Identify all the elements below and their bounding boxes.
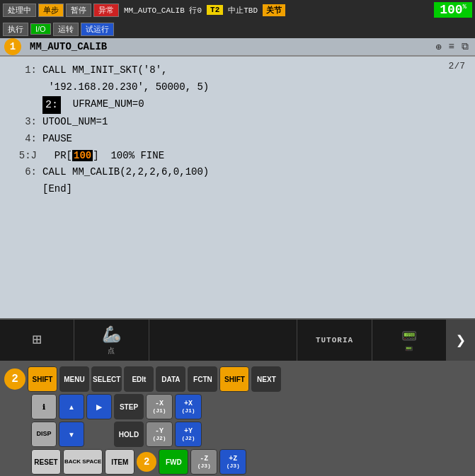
toolbar-status: MM_AUTO_CALIB 行0 <box>121 5 205 16</box>
touchup-icon: 📟 <box>401 328 417 344</box>
robot-icon: 🦾 <box>102 325 121 344</box>
edit-btn[interactable]: EDIt <box>124 366 154 392</box>
shiyunxing-btn[interactable]: 试运行 <box>81 23 114 36</box>
io-btn[interactable]: I/O <box>30 23 51 35</box>
touchup-label: 📟 <box>405 345 413 353</box>
step-btn[interactable]: STEP <box>114 394 144 419</box>
danbu-btn[interactable]: 单步 <box>38 4 64 17</box>
code-line-5: 5:J PR[100] 100% FINE <box>8 148 467 165</box>
code-area: 2/7 1: CALL MM_INIT_SKT('8', '192.168.20… <box>0 57 475 318</box>
data-btn[interactable]: DATA <box>156 366 185 392</box>
plus-z-btn[interactable]: +Z (J3) <box>219 449 246 475</box>
right-btn[interactable]: ▶ <box>86 394 112 419</box>
kb-row-2: ℹ ▲ ▶ STEP -X (J1) +X (J1) <box>4 394 471 419</box>
kb-row-4: RESET BACK SPACE ITEM 2 FWD -Z (J3) +Z (… <box>4 449 471 475</box>
backspace-label: BACK SPACE <box>64 459 101 465</box>
badge-1: 1 <box>4 38 21 55</box>
info-icon: ℹ <box>42 403 45 411</box>
nav-bar: ⊞ 🦾 点 TUTORIA 📟 📟 ❯ <box>0 318 475 361</box>
info-btn[interactable]: ℹ <box>31 394 57 419</box>
split-btn[interactable]: ⧉ <box>459 41 471 52</box>
nav-touchup[interactable]: 📟 📟 <box>372 320 447 361</box>
shift-btn-left[interactable]: SHIFT <box>28 366 57 392</box>
nav-tutoria[interactable]: TUTORIA <box>297 320 372 361</box>
yichang-btn[interactable]: 异常 <box>93 4 119 17</box>
code-line-1: 1: CALL MM_INIT_SKT('8', <box>8 62 467 79</box>
fctn-btn[interactable]: FCTN <box>188 366 217 392</box>
menu-btn-kb[interactable]: MENU <box>59 366 89 392</box>
nav-grid[interactable]: ⊞ <box>0 320 74 361</box>
next-btn[interactable]: NEXT <box>251 366 281 392</box>
menu-btn[interactable]: ≡ <box>447 41 457 52</box>
nav-empty <box>149 320 298 361</box>
page-num: 2/7 <box>449 61 465 71</box>
keyboard-panel: 2 SHIFT MENU SELECT EDIt DATA FCTN SHIFT… <box>0 361 475 476</box>
minus-y-btn[interactable]: -Y (J2) <box>146 422 173 447</box>
code-line-3: 3: UTOOL_NUM=1 <box>8 114 467 131</box>
execute-btn[interactable]: 执行 <box>3 23 28 36</box>
second-toolbar: 执行 I/O 运转 试运行 <box>0 20 475 38</box>
kb-badge-2: 2 <box>4 368 25 390</box>
plus-x-btn[interactable]: +X (J1) <box>175 394 202 419</box>
robot-label: 点 <box>108 346 115 356</box>
pct-box: 100% <box>434 2 472 18</box>
yunzhuan-btn[interactable]: 运转 <box>53 23 79 36</box>
prog-controls: ⊕ ≡ ⧉ <box>433 41 471 53</box>
item-btn[interactable]: ITEM <box>105 449 135 475</box>
shift-btn-right[interactable]: SHIFT <box>219 366 249 392</box>
line2-highlight: 2: <box>42 96 61 115</box>
kb-badge-2b: 2 <box>137 452 156 472</box>
select-btn[interactable]: SELECT <box>91 366 122 392</box>
backspace-btn[interactable]: BACK SPACE <box>63 449 103 475</box>
down-btn[interactable]: ▼ <box>59 422 84 447</box>
zanting-btn[interactable]: 暂停 <box>66 4 91 17</box>
disp-label: DISP <box>36 431 51 438</box>
code-line-6: 6: CALL MM_CALIB(2,2,2,6,0,100) <box>8 164 467 181</box>
up-btn[interactable]: ▲ <box>59 394 84 419</box>
disp-btn[interactable]: DISP <box>31 422 57 447</box>
top-toolbar: 处理中 单步 暂停 异常 MM_AUTO_CALIB 行0 T2 中止TBD 关… <box>0 0 475 20</box>
code-line-4: 4: PAUSE <box>8 131 467 148</box>
code-line-2: 2: UFRAME_NUM=0 <box>8 96 467 115</box>
tutoria-label: TUTORIA <box>316 336 353 344</box>
chuli-btn[interactable]: 处理中 <box>3 4 36 17</box>
nav-next-arrow[interactable]: ❯ <box>447 320 475 361</box>
kb-row-3: DISP ▼ HOLD -Y (J2) +Y (J2) <box>4 422 471 447</box>
code-line-end: [End] <box>8 181 467 198</box>
tag-tbd: 中止TBD <box>225 5 261 16</box>
tag-joint: 关节 <box>263 4 285 16</box>
hold-btn[interactable]: HOLD <box>114 422 144 447</box>
reset-btn[interactable]: RESET <box>31 449 61 475</box>
plus-y-btn[interactable]: +Y (J2) <box>175 422 202 447</box>
code-line-cont: '192.168.20.230', 50000, 5) <box>8 79 467 96</box>
prog-title: MM_AUTO_CALIB <box>30 41 107 52</box>
grid-icon: ⊞ <box>33 330 42 349</box>
fwd-btn[interactable]: FWD <box>159 449 188 475</box>
zoom-btn[interactable]: ⊕ <box>433 41 443 53</box>
prog-titlebar: 1 MM_AUTO_CALIB ⊕ ≡ ⧉ <box>0 38 475 57</box>
kb-row-1: 2 SHIFT MENU SELECT EDIt DATA FCTN SHIFT… <box>4 366 471 392</box>
minus-z-btn[interactable]: -Z (J3) <box>190 449 217 475</box>
tag-t2: T2 <box>207 5 223 15</box>
minus-x-btn[interactable]: -X (J1) <box>146 394 173 419</box>
nav-robot[interactable]: 🦾 点 <box>74 320 149 361</box>
